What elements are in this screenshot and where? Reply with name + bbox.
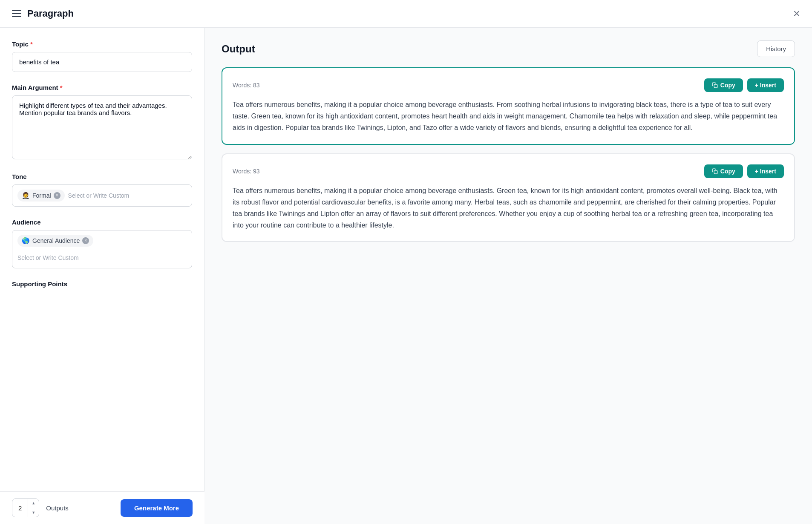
tone-input-area[interactable]: 🤵 Formal × Select or Write Custom bbox=[12, 184, 192, 207]
stepper-up[interactable]: ▲ bbox=[28, 499, 39, 508]
audience-tag-emoji: 🌎 bbox=[22, 237, 30, 245]
output-title: Output bbox=[222, 43, 255, 55]
audience-section: Audience 🌎 General Audience × Select or … bbox=[12, 219, 192, 268]
audience-tags-row: 🌎 General Audience × bbox=[17, 235, 187, 247]
tone-tag: 🤵 Formal × bbox=[17, 190, 65, 202]
stepper-value: 2 bbox=[12, 499, 28, 517]
generate-more-button[interactable]: Generate More bbox=[121, 499, 193, 517]
main-argument-required: * bbox=[60, 84, 63, 91]
output-header: Output History bbox=[222, 40, 795, 57]
card-1-text: Tea offers numerous benefits, making it … bbox=[233, 99, 784, 134]
card-1-actions: Copy + Insert bbox=[704, 78, 784, 92]
main-layout: Topic * Main Argument * Highlight differ… bbox=[0, 28, 812, 524]
bottom-bar: 2 ▲ ▼ Outputs Generate More bbox=[0, 491, 204, 524]
main-argument-input[interactable]: Highlight different types of tea and the… bbox=[12, 95, 192, 159]
card-2-words: Words: 93 bbox=[233, 168, 260, 175]
tone-label: Tone bbox=[12, 173, 192, 180]
app-header: Paragraph × bbox=[0, 0, 812, 28]
topic-section: Topic * bbox=[12, 40, 192, 72]
audience-placeholder: Select or Write Custom bbox=[17, 253, 187, 261]
card-1-header: Words: 83 Copy + Insert bbox=[233, 78, 784, 92]
audience-tag-label: General Audience bbox=[32, 237, 80, 244]
tone-section: Tone 🤵 Formal × Select or Write Custom bbox=[12, 173, 192, 207]
outputs-label: Outputs bbox=[46, 504, 69, 512]
svg-rect-1 bbox=[714, 170, 717, 174]
tone-placeholder: Select or Write Custom bbox=[68, 192, 130, 199]
tone-tag-label: Formal bbox=[32, 192, 51, 199]
svg-rect-0 bbox=[714, 84, 717, 88]
bottom-spacer bbox=[12, 304, 192, 338]
card-1-words: Words: 83 bbox=[233, 82, 260, 89]
tone-tag-remove[interactable]: × bbox=[54, 192, 60, 199]
tone-tag-emoji: 🤵 bbox=[22, 192, 30, 199]
audience-input-area[interactable]: 🌎 General Audience × Select or Write Cus… bbox=[12, 230, 192, 268]
copy-icon bbox=[712, 82, 718, 88]
card-2-actions: Copy + Insert bbox=[704, 164, 784, 178]
card-2-copy-button[interactable]: Copy bbox=[704, 164, 743, 178]
topic-label: Topic * bbox=[12, 40, 192, 48]
stepper-arrows: ▲ ▼ bbox=[28, 499, 39, 517]
topic-required: * bbox=[30, 40, 33, 48]
topic-input[interactable] bbox=[12, 52, 192, 72]
main-argument-label: Main Argument * bbox=[12, 84, 192, 91]
app-title: Paragraph bbox=[27, 8, 74, 19]
supporting-points-section: Supporting Points bbox=[12, 280, 192, 292]
card-2-text: Tea offers numerous benefits, making it … bbox=[233, 185, 784, 231]
left-panel: Topic * Main Argument * Highlight differ… bbox=[0, 28, 204, 524]
history-button[interactable]: History bbox=[757, 40, 795, 57]
card-2-insert-button[interactable]: + Insert bbox=[747, 164, 784, 178]
supporting-points-label: Supporting Points bbox=[12, 280, 192, 288]
output-card-1: Words: 83 Copy + Insert Tea offers numer… bbox=[222, 67, 795, 145]
output-card-2: Words: 93 Copy + Insert Tea offers numer… bbox=[222, 153, 795, 242]
stepper-down[interactable]: ▼ bbox=[28, 508, 39, 517]
card-1-copy-button[interactable]: Copy bbox=[704, 78, 743, 92]
header-left: Paragraph bbox=[12, 8, 74, 19]
close-button[interactable]: × bbox=[793, 8, 800, 20]
menu-icon[interactable] bbox=[12, 10, 21, 17]
outputs-stepper: 2 ▲ ▼ bbox=[12, 498, 39, 517]
card-1-insert-button[interactable]: + Insert bbox=[747, 78, 784, 92]
main-argument-section: Main Argument * Highlight different type… bbox=[12, 84, 192, 161]
audience-tag-remove[interactable]: × bbox=[82, 237, 89, 244]
card-2-header: Words: 93 Copy + Insert bbox=[233, 164, 784, 178]
audience-label: Audience bbox=[12, 219, 192, 226]
right-panel: Output History Words: 83 Copy + Insert bbox=[204, 28, 812, 524]
audience-tag: 🌎 General Audience × bbox=[17, 235, 93, 247]
copy-icon-2 bbox=[712, 168, 718, 174]
